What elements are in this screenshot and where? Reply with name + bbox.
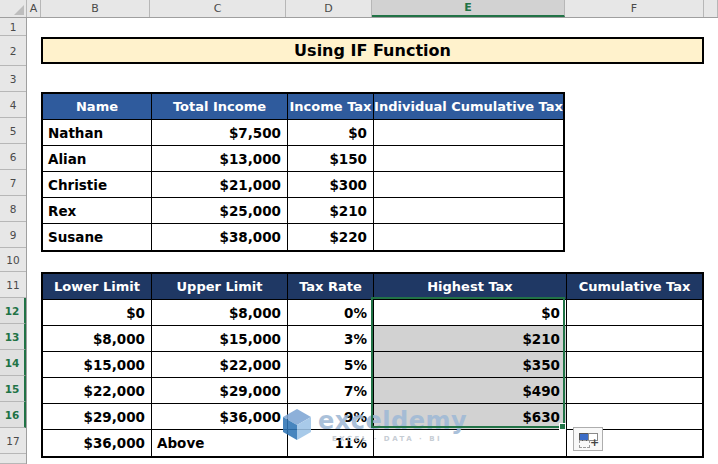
table-header-row: Name Total Income Income Tax Individual …: [43, 94, 563, 120]
cell[interactable]: [374, 120, 563, 145]
cell[interactable]: Nathan: [43, 120, 152, 145]
cell[interactable]: $13,000: [152, 146, 288, 171]
cell[interactable]: [374, 430, 567, 456]
table-row: Susane $38,000 $220: [43, 224, 563, 250]
row-header-3[interactable]: 3: [0, 66, 26, 92]
cell[interactable]: 0%: [288, 300, 374, 325]
header-cell-highest-tax[interactable]: Highest Tax: [374, 274, 567, 299]
table-header-row: Lower Limit Upper Limit Tax Rate Highest…: [43, 274, 702, 300]
cell[interactable]: $15,000: [43, 352, 152, 377]
cell[interactable]: $220: [288, 224, 374, 250]
cell[interactable]: [567, 352, 702, 377]
cell[interactable]: $630: [374, 404, 567, 429]
row-header-2[interactable]: 2: [0, 36, 26, 66]
cell[interactable]: $29,000: [152, 378, 288, 403]
header-cell-upper-limit[interactable]: Upper Limit: [152, 274, 288, 299]
cell[interactable]: $36,000: [43, 430, 152, 456]
cell[interactable]: $38,000: [152, 224, 288, 250]
cell[interactable]: 5%: [288, 352, 374, 377]
cell[interactable]: 7%: [288, 378, 374, 403]
cell[interactable]: $8,000: [152, 300, 288, 325]
column-header-f[interactable]: F: [565, 0, 704, 17]
cell[interactable]: Christie: [43, 172, 152, 197]
cell[interactable]: $7,500: [152, 120, 288, 145]
table-row: $0 $8,000 0% $0: [43, 300, 702, 326]
cell[interactable]: $300: [288, 172, 374, 197]
cell[interactable]: $22,000: [43, 378, 152, 403]
cell[interactable]: $0: [43, 300, 152, 325]
income-tax-table: Name Total Income Income Tax Individual …: [41, 92, 565, 252]
header-cell-name[interactable]: Name: [43, 94, 152, 119]
row-header-17[interactable]: 17: [0, 428, 26, 454]
row-header-7[interactable]: 7: [0, 170, 26, 196]
cell[interactable]: $210: [374, 326, 567, 351]
table-row: Alian $13,000 $150: [43, 146, 563, 172]
cell[interactable]: $490: [374, 378, 567, 403]
cell[interactable]: [567, 378, 702, 403]
header-cell-income-tax[interactable]: Income Tax: [288, 94, 374, 119]
table-row: $8,000 $15,000 3% $210: [43, 326, 702, 352]
fill-handle[interactable]: [559, 423, 566, 430]
cell[interactable]: $22,000: [152, 352, 288, 377]
cell[interactable]: $21,000: [152, 172, 288, 197]
active-cell[interactable]: $0: [374, 300, 567, 325]
row-header-5[interactable]: 5: [0, 118, 26, 144]
select-all-corner[interactable]: [0, 0, 27, 17]
cell[interactable]: $150: [288, 146, 374, 171]
row-header-9[interactable]: 9: [0, 222, 26, 248]
header-cell-cumulative-tax[interactable]: Cumulative Tax: [567, 274, 702, 299]
row-header-16[interactable]: 16: [0, 402, 26, 428]
cell[interactable]: $350: [374, 352, 567, 377]
column-header-partial: [704, 0, 718, 17]
header-cell-lower-limit[interactable]: Lower Limit: [43, 274, 152, 299]
cell[interactable]: [374, 172, 563, 197]
cell[interactable]: $36,000: [152, 404, 288, 429]
cell[interactable]: Susane: [43, 224, 152, 250]
column-header-a[interactable]: A: [27, 0, 41, 17]
cell[interactable]: $15,000: [152, 326, 288, 351]
cell[interactable]: 11%: [288, 430, 374, 456]
cell[interactable]: $210: [288, 198, 374, 223]
row-header-4[interactable]: 4: [0, 92, 26, 118]
row-header-11[interactable]: 11: [0, 272, 26, 298]
row-header-1[interactable]: 1: [0, 18, 26, 36]
table-row: Nathan $7,500 $0: [43, 120, 563, 146]
row-header-14[interactable]: 14: [0, 350, 26, 376]
column-header-d[interactable]: D: [286, 0, 372, 17]
row-header-12[interactable]: 12: [0, 298, 26, 324]
row-header-13[interactable]: 13: [0, 324, 26, 350]
cell[interactable]: 9%: [288, 404, 374, 429]
cell[interactable]: $25,000: [152, 198, 288, 223]
cell[interactable]: Alian: [43, 146, 152, 171]
cell[interactable]: Rex: [43, 198, 152, 223]
header-cell-individual-cumulative-tax[interactable]: Individual Cumulative Tax: [374, 94, 563, 119]
column-header-b[interactable]: B: [41, 0, 150, 17]
cell[interactable]: $29,000: [43, 404, 152, 429]
cell[interactable]: [567, 300, 702, 325]
title-banner[interactable]: Using IF Function: [41, 37, 704, 64]
row-header-strip: 1 2 3 4 5 6 7 8 9 10 11 12 13 14 15 16 1…: [0, 18, 27, 464]
cell[interactable]: 3%: [288, 326, 374, 351]
row-header-15[interactable]: 15: [0, 376, 26, 402]
cell[interactable]: [374, 198, 563, 223]
row-header-partial: [0, 454, 26, 464]
cell[interactable]: [374, 146, 563, 171]
header-cell-tax-rate[interactable]: Tax Rate: [288, 274, 374, 299]
header-cell-total-income[interactable]: Total Income: [152, 94, 288, 119]
table-row: Christie $21,000 $300: [43, 172, 563, 198]
cell[interactable]: [374, 224, 563, 250]
table-row: $36,000 Above 11%: [43, 430, 702, 456]
row-header-8[interactable]: 8: [0, 196, 26, 222]
cell[interactable]: [567, 326, 702, 351]
auto-fill-options-button[interactable]: +: [573, 427, 603, 451]
cell[interactable]: $8,000: [43, 326, 152, 351]
cell[interactable]: Above: [152, 430, 288, 456]
column-header-e[interactable]: E: [372, 0, 565, 17]
cell[interactable]: $0: [288, 120, 374, 145]
table-row: $29,000 $36,000 9% $630: [43, 404, 702, 430]
cell[interactable]: [567, 404, 702, 429]
column-header-c[interactable]: C: [150, 0, 286, 17]
row-header-6[interactable]: 6: [0, 144, 26, 170]
table-row: $15,000 $22,000 5% $350: [43, 352, 702, 378]
row-header-10[interactable]: 10: [0, 248, 26, 272]
